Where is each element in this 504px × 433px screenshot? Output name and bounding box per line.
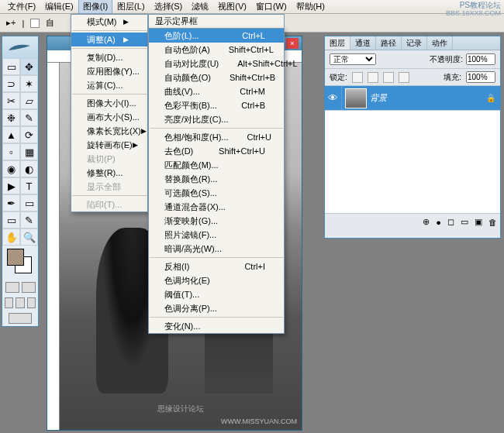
menu-item[interactable]: 窗口(W)	[251, 0, 292, 14]
menu-item[interactable]: 运算(C)...	[71, 78, 147, 92]
lock-pixels-button[interactable]	[368, 72, 378, 83]
panel-tab[interactable]: 动作	[427, 36, 453, 50]
menu-item[interactable]: 滤镜	[187, 0, 213, 14]
menu-item: 裁切(P)	[71, 152, 147, 166]
menu-item[interactable]: 复制(D)...	[71, 50, 147, 64]
fg-color-swatch[interactable]	[7, 249, 24, 266]
heal-tool[interactable]: ❉	[2, 109, 20, 126]
brush-tool[interactable]: ✎	[20, 109, 38, 126]
link-layers-button[interactable]: ⊕	[423, 217, 430, 227]
lock-transparent-button[interactable]	[352, 72, 363, 83]
panel-tab[interactable]: 通道	[350, 36, 376, 50]
wand-tool[interactable]: ✶	[20, 75, 38, 92]
layer-row[interactable]: 👁 背景 🔒	[325, 86, 500, 111]
screen-mode-2[interactable]	[16, 297, 24, 308]
dodge-tool[interactable]: ◐	[20, 160, 38, 177]
menu-item[interactable]: 暗调/高光(W)...	[149, 242, 284, 256]
quickmask-mode-button[interactable]	[22, 282, 36, 293]
path-select-tool[interactable]: ▶	[2, 177, 20, 194]
menu-item[interactable]: 色阶(L)...Ctrl+L	[149, 29, 284, 43]
lock-all-button[interactable]	[399, 72, 409, 83]
auto-select-checkbox[interactable]	[30, 19, 40, 28]
history-brush-tool[interactable]: ⟳	[20, 126, 38, 143]
rect-marquee-tool[interactable]: ▭	[2, 58, 20, 75]
hand-tool[interactable]: ✋	[2, 229, 20, 246]
layers-panel-tabs: 图层通道路径记录动作	[325, 36, 500, 50]
fill-input[interactable]	[466, 71, 495, 83]
layer-mask-button[interactable]: ◻	[447, 217, 454, 227]
menu-item[interactable]: 自动对比度(U)Alt+Shift+Ctrl+L	[149, 57, 284, 70]
stamp-tool[interactable]: ▲	[2, 126, 20, 143]
slice-tool[interactable]: ▱	[20, 92, 38, 109]
menu-item[interactable]: 图像(I)	[78, 0, 112, 14]
menu-item[interactable]: 旋转画布(E)▶	[71, 138, 147, 152]
standard-mode-button[interactable]	[5, 282, 19, 293]
pen-tool[interactable]: ✒	[2, 194, 20, 211]
menu-item[interactable]: 通道混合器(X)...	[149, 200, 284, 214]
eyedropper-tool[interactable]: ✎	[20, 211, 38, 229]
menu-item: 显示全部	[71, 180, 147, 194]
new-layer-button[interactable]: ▣	[475, 217, 482, 227]
screen-mode-3[interactable]	[27, 297, 36, 308]
menu-item[interactable]: 色相/饱和度(H)...Ctrl+U	[149, 130, 284, 144]
menu-item[interactable]: 模式(M)▶	[71, 15, 147, 29]
menu-item[interactable]: 调整(A)▶	[71, 33, 147, 46]
layer-visibility-toggle[interactable]: 👁	[325, 86, 342, 110]
menu-item[interactable]: 渐变映射(G)...	[149, 214, 284, 228]
menu-item[interactable]: 自动颜色(O)Shift+Ctrl+B	[149, 70, 284, 84]
menu-image-dropdown: 模式(M)▶调整(A)▶复制(D)...应用图像(Y)...运算(C)...图像…	[71, 14, 148, 212]
menu-item[interactable]: 画布大小(S)...	[71, 110, 147, 124]
menu-item[interactable]: 自动色阶(A)Shift+Ctrl+L	[149, 43, 284, 57]
menu-item[interactable]: 变化(N)...	[149, 319, 284, 333]
tools-header-icon	[2, 36, 38, 58]
layer-style-button[interactable]: ●	[436, 218, 441, 227]
menu-item[interactable]: 色调分离(P)...	[149, 301, 284, 315]
menu-item[interactable]: 可选颜色(S)...	[149, 186, 284, 200]
document-close-button[interactable]: ×	[286, 38, 299, 49]
menu-item[interactable]: 照片滤镜(F)...	[149, 228, 284, 242]
crop-tool[interactable]: ✂	[2, 92, 20, 109]
opacity-input[interactable]	[466, 53, 495, 65]
type-tool[interactable]: T	[20, 177, 38, 194]
new-group-button[interactable]: ▭	[461, 217, 468, 227]
menu-item[interactable]: 曲线(V)...Ctrl+M	[149, 84, 284, 98]
menu-item[interactable]: 匹配颜色(M)...	[149, 158, 284, 172]
layer-thumbnail[interactable]	[345, 88, 367, 108]
menu-item[interactable]: 图像大小(I)...	[71, 96, 147, 110]
lasso-tool[interactable]: ⊃	[2, 75, 20, 92]
panel-tab[interactable]: 图层	[325, 36, 350, 50]
color-swatches[interactable]	[2, 246, 38, 280]
menu-item[interactable]: 亮度/对比度(C)...	[149, 112, 284, 126]
panel-tab[interactable]: 记录	[402, 36, 427, 50]
blend-mode-select[interactable]: 正常	[330, 53, 376, 65]
menu-item[interactable]: 修整(R)...	[71, 166, 147, 180]
menu-item[interactable]: 编辑(E)	[40, 0, 78, 14]
menu-item[interactable]: 像素长宽比(X)▶	[71, 124, 147, 138]
menu-item[interactable]: 反相(I)Ctrl+I	[149, 259, 284, 273]
jump-to-button[interactable]	[9, 313, 32, 324]
menu-item[interactable]: 去色(D)Shift+Ctrl+U	[149, 144, 284, 158]
lock-position-button[interactable]	[383, 72, 394, 83]
zoom-tool[interactable]: 🔍	[20, 229, 38, 246]
menu-item[interactable]: 文件(F)	[3, 0, 40, 14]
menu-item[interactable]: 应用图像(Y)...	[71, 64, 147, 78]
move-tool[interactable]: ✥	[20, 58, 38, 75]
eraser-tool[interactable]: ▫	[2, 143, 20, 160]
notes-tool[interactable]: ▭	[2, 211, 20, 229]
menu-item[interactable]: 视图(V)	[213, 0, 251, 14]
menu-item[interactable]: 帮助(H)	[292, 0, 330, 14]
blur-tool[interactable]: ◉	[2, 160, 20, 177]
menu-item[interactable]: 选择(S)	[150, 0, 188, 14]
delete-layer-button[interactable]: 🗑	[488, 218, 497, 227]
menu-item[interactable]: 替换颜色(R)...	[149, 172, 284, 186]
screen-mode-1[interactable]	[5, 297, 13, 308]
shape-tool[interactable]: ▭	[20, 194, 38, 211]
menu-item[interactable]: 色彩平衡(B)...Ctrl+B	[149, 98, 284, 112]
layer-name[interactable]: 背景	[370, 92, 387, 104]
panel-tab[interactable]: 路径	[376, 36, 402, 50]
menu-item[interactable]: 色调均化(E)	[149, 273, 284, 287]
menu-item[interactable]: 阈值(T)...	[149, 287, 284, 301]
gradient-tool[interactable]: ▦	[20, 143, 38, 160]
tools-panel: ▭ ✥ ⊃ ✶ ✂ ▱ ❉ ✎ ▲ ⟳ ▫ ▦ ◉ ◐ ▶ T ✒ ▭ ▭ ✎ …	[2, 36, 39, 327]
menu-item[interactable]: 图层(L)	[112, 0, 149, 14]
